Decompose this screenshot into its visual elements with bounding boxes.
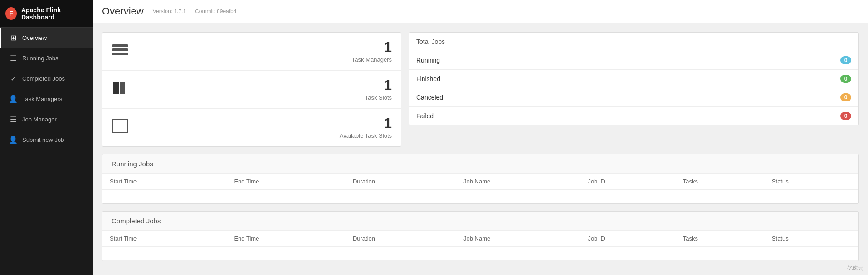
task-slots-icon (112, 80, 134, 99)
col-tasks-completed: Tasks (676, 231, 765, 247)
completed-jobs-table: Start Time End Time Duration Job Name Jo… (102, 231, 858, 261)
job-counts-panel: Total Jobs Running 0 Finished 0 Canceled… (409, 32, 859, 125)
task-managers-icon (112, 43, 134, 59)
running-label: Running (416, 57, 440, 64)
failed-badge: 0 (840, 112, 851, 120)
running-jobs-table: Start Time End Time Duration Job Name Jo… (102, 174, 858, 203)
watermark: 亿速云 (847, 265, 863, 272)
stat-card-avail-slots: 1 Available Task Slots (102, 109, 401, 146)
top-section: 1 Task Managers 1 Task Slots (102, 32, 859, 147)
col-end-time-running: End Time (227, 174, 345, 190)
stat-card-task-managers: 1 Task Managers (102, 33, 401, 71)
completed-jobs-empty-row (102, 247, 858, 261)
sidebar-item-submit-new-job[interactable]: 👤 Submit new Job (0, 130, 93, 150)
page-title: Overview (102, 5, 144, 17)
job-manager-icon: ☰ (9, 115, 18, 124)
running-jobs-section: Running Jobs Start Time End Time Duratio… (102, 154, 859, 204)
task-managers-values: 1 Task Managers (134, 40, 392, 63)
app-logo: F (5, 7, 17, 20)
job-count-canceled: Canceled 0 (409, 88, 858, 107)
finished-badge: 0 (840, 75, 851, 83)
version-info: Version: 1.7.1 (153, 8, 186, 14)
avail-slots-icon (112, 118, 134, 137)
col-duration-running: Duration (346, 174, 456, 190)
avail-slots-values: 1 Available Task Slots (134, 116, 392, 139)
avail-slots-count: 1 (134, 116, 392, 130)
sidebar-item-overview[interactable]: ⊞ Overview (0, 28, 93, 48)
completed-jobs-icon: ✓ (9, 74, 18, 83)
task-slots-values: 1 Task Slots (134, 78, 392, 101)
sidebar-label-completed-jobs: Completed Jobs (22, 75, 65, 82)
sidebar-label-job-manager: Job Manager (22, 116, 57, 123)
running-jobs-header-row: Start Time End Time Duration Job Name Jo… (102, 174, 858, 190)
task-slots-count: 1 (134, 78, 392, 92)
running-jobs-title: Running Jobs (102, 154, 858, 174)
stat-card-task-slots: 1 Task Slots (102, 71, 401, 109)
col-duration-completed: Duration (346, 231, 456, 247)
finished-label: Finished (416, 75, 440, 82)
content-area: 1 Task Managers 1 Task Slots (93, 23, 868, 270)
canceled-badge: 0 (840, 93, 851, 101)
sidebar: F Apache Flink Dashboard ⊞ Overview ☰ Ru… (0, 0, 93, 275)
job-count-failed: Failed 0 (409, 107, 858, 125)
svg-rect-1 (112, 48, 128, 51)
col-start-time-running: Start Time (102, 174, 227, 190)
completed-jobs-body (102, 247, 858, 261)
col-job-name-completed: Job Name (456, 231, 580, 247)
completed-jobs-title: Completed Jobs (102, 212, 858, 231)
task-slots-label: Task Slots (134, 94, 392, 101)
job-counts-header: Total Jobs (409, 33, 858, 51)
sidebar-item-job-manager[interactable]: ☰ Job Manager (0, 109, 93, 130)
job-count-finished: Finished 0 (409, 70, 858, 88)
svg-rect-0 (112, 44, 128, 47)
app-name: Apache Flink Dashboard (21, 6, 88, 21)
running-jobs-icon: ☰ (9, 54, 18, 63)
col-start-time-completed: Start Time (102, 231, 227, 247)
svg-rect-3 (112, 119, 128, 133)
running-jobs-body (102, 190, 858, 203)
running-jobs-empty-row (102, 190, 858, 203)
svg-rect-2 (112, 53, 128, 55)
col-status-completed: Status (765, 231, 858, 247)
main-content: Overview Version: 1.7.1 Commit: 89eafb4 (93, 0, 868, 275)
job-count-running: Running 0 (409, 51, 858, 70)
col-end-time-completed: End Time (227, 231, 345, 247)
failed-label: Failed (416, 112, 434, 120)
avail-slots-label: Available Task Slots (134, 132, 392, 139)
sidebar-item-task-managers[interactable]: 👤 Task Managers (0, 89, 93, 109)
sidebar-label-submit-new-job: Submit new Job (22, 136, 64, 143)
page-header: Overview Version: 1.7.1 Commit: 89eafb4 (93, 0, 868, 23)
sidebar-label-overview: Overview (22, 34, 47, 41)
completed-jobs-header-row: Start Time End Time Duration Job Name Jo… (102, 231, 858, 247)
canceled-label: Canceled (416, 94, 443, 101)
submit-job-icon: 👤 (9, 135, 18, 144)
task-managers-count: 1 (134, 40, 392, 54)
stats-cards: 1 Task Managers 1 Task Slots (102, 32, 401, 147)
col-job-id-completed: Job ID (580, 231, 675, 247)
sidebar-label-running-jobs: Running Jobs (22, 55, 59, 62)
sidebar-nav: ⊞ Overview ☰ Running Jobs ✓ Completed Jo… (0, 28, 93, 150)
sidebar-label-task-managers: Task Managers (22, 96, 62, 102)
sidebar-item-completed-jobs[interactable]: ✓ Completed Jobs (0, 68, 93, 89)
col-tasks-running: Tasks (676, 174, 765, 190)
sidebar-item-running-jobs[interactable]: ☰ Running Jobs (0, 48, 93, 68)
commit-info: Commit: 89eafb4 (195, 8, 236, 14)
completed-jobs-section: Completed Jobs Start Time End Time Durat… (102, 211, 859, 261)
task-managers-nav-icon: 👤 (9, 95, 18, 103)
task-managers-label: Task Managers (134, 56, 392, 63)
sidebar-header: F Apache Flink Dashboard (0, 0, 93, 28)
col-status-running: Status (765, 174, 858, 190)
col-job-name-running: Job Name (456, 174, 580, 190)
running-badge: 0 (840, 56, 851, 64)
col-job-id-running: Job ID (580, 174, 675, 190)
overview-icon: ⊞ (9, 34, 18, 42)
